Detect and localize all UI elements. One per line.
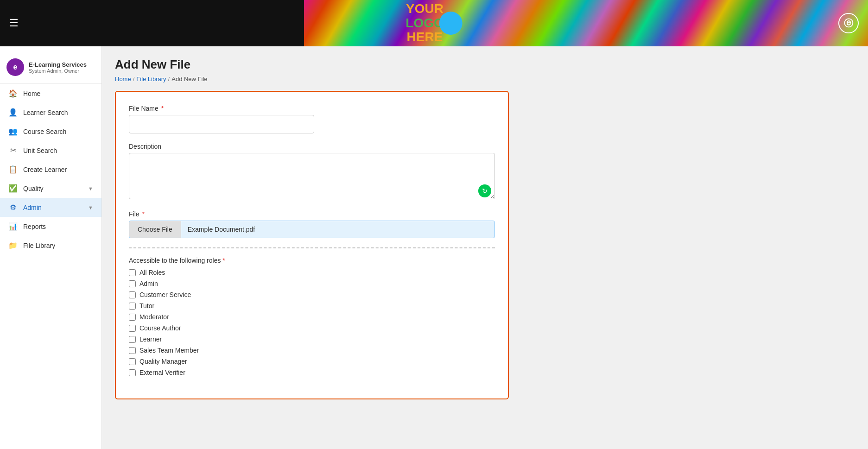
user-name: E-Learning Services	[29, 61, 87, 68]
sidebar-nav: 🏠 Home 👤 Learner Search 👥 Course Search …	[0, 84, 101, 255]
sidebar-item-label: Quality	[23, 185, 44, 192]
learner-search-icon: 👤	[8, 108, 18, 117]
refresh-icon[interactable]: ↻	[478, 184, 491, 197]
breadcrumb-current: Add New File	[171, 76, 207, 82]
role-external-verifier[interactable]: External Verifier	[129, 369, 495, 376]
roles-group: Accessible to the following roles * All …	[129, 257, 495, 376]
create-learner-icon: 📋	[8, 165, 18, 174]
reports-icon: 📊	[8, 222, 18, 231]
roles-label: Accessible to the following roles *	[129, 257, 495, 264]
sidebar-item-label: Home	[23, 90, 40, 97]
description-label: Description	[129, 143, 495, 150]
roles-checkbox-list: All Roles Admin Customer Service Tutor	[129, 269, 495, 376]
file-name-label: File Name *	[129, 105, 495, 112]
checkbox-course-author[interactable]	[129, 325, 136, 332]
file-library-icon: 📁	[8, 241, 18, 250]
file-name-group: File Name *	[129, 105, 495, 133]
role-course-author[interactable]: Course Author	[129, 324, 495, 332]
role-learner[interactable]: Learner	[129, 335, 495, 343]
logo-line1: YOUR	[405, 2, 444, 16]
sidebar-item-label: Learner Search	[23, 109, 68, 116]
checkbox-sales-team-member[interactable]	[129, 347, 136, 354]
role-moderator[interactable]: Moderator	[129, 313, 495, 321]
breadcrumb-home[interactable]: Home	[115, 76, 131, 82]
logo-circle	[439, 12, 463, 35]
sidebar-item-quality[interactable]: ✅ Quality ▼	[0, 179, 101, 198]
divider	[129, 247, 495, 248]
quality-icon: ✅	[8, 184, 18, 193]
course-search-icon: 👥	[8, 127, 18, 136]
role-tutor[interactable]: Tutor	[129, 302, 495, 310]
choose-file-button[interactable]: Choose File	[129, 221, 181, 238]
logo-line3: HERE	[405, 30, 444, 44]
description-group: Description ↻	[129, 143, 495, 201]
main-content: Add New File Home / File Library / Add N…	[102, 46, 868, 449]
role-admin[interactable]: Admin	[129, 280, 495, 287]
sidebar-item-reports[interactable]: 📊 Reports	[0, 217, 101, 236]
sidebar: e E-Learning Services System Admin, Owne…	[0, 46, 102, 449]
sidebar-item-file-library[interactable]: 📁 File Library	[0, 236, 101, 255]
breadcrumb-file-library[interactable]: File Library	[136, 76, 166, 82]
checkbox-learner[interactable]	[129, 336, 136, 343]
avatar: e	[6, 58, 24, 76]
sidebar-item-home[interactable]: 🏠 Home	[0, 84, 101, 103]
role-sales-team-member[interactable]: Sales Team Member	[129, 347, 495, 354]
file-input-wrapper: Choose File Example Document.pdf	[129, 221, 495, 238]
header-user-icon[interactable]: ⓔ	[838, 13, 859, 33]
sidebar-item-label: Unit Search	[23, 147, 57, 154]
chevron-down-icon: ▼	[88, 205, 93, 210]
sidebar-item-unit-search[interactable]: ✂ Unit Search	[0, 141, 101, 160]
checkbox-moderator[interactable]	[129, 314, 136, 321]
user-info: E-Learning Services System Admin, Owner	[29, 61, 87, 74]
sidebar-item-label: Reports	[23, 223, 46, 230]
role-quality-manager[interactable]: Quality Manager	[129, 358, 495, 365]
header: ☰ YOUR LOGO HERE ⓔ	[0, 0, 868, 46]
add-file-form-card: File Name * Description ↻ File *	[115, 91, 509, 399]
checkbox-external-verifier[interactable]	[129, 369, 136, 376]
sidebar-item-admin[interactable]: ⚙ Admin ▼	[0, 198, 101, 217]
sidebar-item-course-search[interactable]: 👥 Course Search	[0, 122, 101, 141]
description-textarea[interactable]	[129, 153, 495, 199]
user-section: e E-Learning Services System Admin, Owne…	[0, 51, 101, 84]
admin-icon: ⚙	[8, 203, 18, 212]
checkbox-admin[interactable]	[129, 280, 136, 287]
sidebar-item-label: Course Search	[23, 128, 66, 135]
page-title: Add New File	[115, 57, 855, 72]
file-name-input[interactable]	[129, 115, 314, 133]
breadcrumb: Home / File Library / Add New File	[115, 76, 855, 82]
sidebar-item-learner-search[interactable]: 👤 Learner Search	[0, 103, 101, 122]
user-role: System Admin, Owner	[29, 68, 87, 74]
main-layout: e E-Learning Services System Admin, Owne…	[0, 46, 868, 449]
home-icon: 🏠	[8, 89, 18, 98]
textarea-wrapper: ↻	[129, 153, 495, 201]
header-colorful-bg	[304, 0, 868, 46]
sidebar-item-create-learner[interactable]: 📋 Create Learner	[0, 160, 101, 179]
file-name-display: Example Document.pdf	[181, 221, 494, 238]
hamburger-icon[interactable]: ☰	[9, 17, 19, 29]
checkbox-quality-manager[interactable]	[129, 358, 136, 365]
logo: YOUR LOGO HERE	[405, 2, 462, 44]
sidebar-item-label: File Library	[23, 242, 55, 249]
checkbox-customer-service[interactable]	[129, 291, 136, 298]
file-input-label: File *	[129, 210, 495, 218]
checkbox-all-roles[interactable]	[129, 269, 136, 276]
sidebar-item-label: Admin	[23, 204, 42, 211]
file-group: File * Choose File Example Document.pdf	[129, 210, 495, 238]
chevron-down-icon: ▼	[88, 186, 93, 191]
unit-search-icon: ✂	[8, 146, 18, 155]
role-customer-service[interactable]: Customer Service	[129, 291, 495, 298]
sidebar-item-label: Create Learner	[23, 166, 67, 173]
role-all-roles[interactable]: All Roles	[129, 269, 495, 276]
checkbox-tutor[interactable]	[129, 303, 136, 310]
logo-line2: LOGO	[405, 16, 444, 31]
